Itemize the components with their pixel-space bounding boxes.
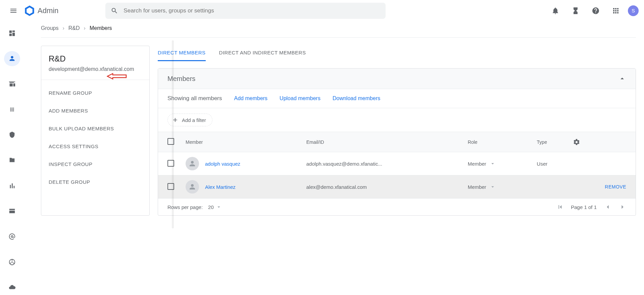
notifications-button[interactable] [547, 3, 563, 19]
member-type: User [533, 152, 569, 175]
col-role: Role [464, 132, 533, 152]
rail-storefront[interactable] [4, 153, 20, 168]
apps-launcher[interactable] [608, 3, 624, 19]
search-box[interactable] [105, 3, 386, 19]
bell-icon [551, 7, 559, 15]
search-input[interactable] [123, 7, 380, 14]
shield-icon [8, 131, 16, 138]
member-email: alex@demo.xfanatical.com [302, 175, 464, 199]
cloud-icon [8, 284, 16, 291]
action-inspect-group[interactable]: INSPECT GROUP [41, 155, 149, 173]
rail-reporting[interactable] [4, 178, 20, 194]
table-row[interactable]: Alex Martinez alex@demo.xfanatical.com M… [158, 175, 636, 199]
rail-apps[interactable] [4, 102, 20, 117]
rail-directory[interactable] [4, 51, 20, 67]
chevron-right-icon [619, 203, 626, 211]
svg-point-2 [11, 261, 13, 263]
annotation-arrow-icon [107, 72, 127, 80]
link-upload-members[interactable]: Upload members [280, 95, 320, 101]
add-filter-label: Add a filter [182, 117, 206, 123]
role-selector[interactable]: Member [468, 184, 529, 190]
help-button[interactable] [588, 3, 604, 19]
rail-dashboard[interactable] [4, 26, 20, 41]
col-email: Email/ID [302, 132, 464, 152]
member-name-link[interactable]: Alex Martinez [205, 184, 236, 190]
breadcrumb-groups[interactable]: Groups [41, 25, 58, 31]
link-add-members[interactable]: Add members [234, 95, 268, 101]
hamburger-icon [9, 7, 17, 15]
table-row[interactable]: adolph vasquez adolph.vasquez@demo.xfana… [158, 152, 636, 175]
rail-billing[interactable] [4, 203, 20, 219]
first-page-button[interactable] [556, 203, 563, 211]
first-page-icon [556, 203, 563, 211]
members-actions-row: Showing all members Add members Upload m… [158, 89, 636, 108]
chevron-up-icon [618, 75, 626, 83]
help-icon [592, 7, 600, 15]
action-access-settings[interactable]: ACCESS SETTINGS [41, 137, 149, 155]
rail-rules[interactable] [4, 254, 20, 270]
link-download-members[interactable]: Download members [333, 95, 380, 101]
apps-icon [8, 106, 16, 113]
rail-devices[interactable] [4, 76, 20, 92]
gear-icon[interactable] [573, 138, 580, 146]
account-avatar[interactable]: S [628, 5, 639, 16]
hourglass-icon [572, 7, 580, 15]
members-card: Members Showing all members Add members … [158, 68, 636, 216]
member-name-link[interactable]: adolph vasquez [205, 161, 240, 167]
dashboard-icon [8, 30, 16, 37]
chevron-right-icon: › [62, 25, 64, 31]
search-icon [111, 7, 118, 14]
remove-button[interactable]: REMOVE [569, 175, 636, 199]
group-name-heading: R&D [41, 54, 149, 66]
person-icon [188, 160, 196, 168]
avatar-initial: S [632, 8, 635, 13]
action-rename-group[interactable]: RENAME GROUP [41, 84, 149, 102]
menu-button[interactable] [5, 3, 21, 19]
apps-grid-icon [612, 7, 620, 15]
nav-rail [0, 22, 24, 295]
action-add-members[interactable]: ADD MEMBERS [41, 102, 149, 120]
scroll-track [172, 40, 174, 228]
members-header[interactable]: Members [158, 69, 636, 89]
filter-row: Add a filter [158, 108, 636, 132]
bar-chart-icon [8, 182, 16, 189]
member-type [533, 175, 569, 199]
add-filter-chip[interactable]: Add a filter [167, 114, 212, 126]
devices-icon [8, 80, 16, 88]
showing-text: Showing all members [167, 95, 222, 102]
group-email: development@demo.xfanatical.com [41, 66, 149, 80]
steering-icon [8, 258, 16, 266]
at-icon [8, 233, 16, 240]
tab-indirect-members[interactable]: DIRECT AND INDIRECT MEMBERS [219, 46, 306, 61]
group-info-card: R&D development@demo.xfanatical.com RENA… [41, 46, 150, 216]
chevron-right-icon: › [84, 25, 86, 31]
admin-hex-icon [24, 5, 35, 16]
page-text: Page 1 of 1 [571, 204, 597, 210]
tab-direct-members[interactable]: DIRECT MEMBERS [158, 46, 206, 61]
col-type: Type [533, 132, 569, 152]
member-email: adolph.vasquez@demo.xfanatic... [302, 152, 464, 175]
person-icon [188, 183, 196, 191]
col-member: Member [182, 132, 302, 152]
rail-security[interactable] [4, 127, 20, 143]
rows-per-page-selector[interactable]: 20 [208, 204, 222, 210]
star-folder-icon [8, 157, 16, 164]
role-selector[interactable]: Member [468, 161, 529, 167]
pagination: Rows per page: 20 Page 1 of 1 [158, 199, 636, 215]
rail-account[interactable] [4, 229, 20, 244]
app-title: Admin [38, 6, 58, 15]
breadcrumb-current: Members [90, 25, 112, 31]
action-delete-group[interactable]: DELETE GROUP [41, 173, 149, 191]
app-logo[interactable]: Admin [24, 5, 58, 16]
tabs: DIRECT MEMBERS DIRECT AND INDIRECT MEMBE… [158, 46, 636, 61]
tasks-button[interactable] [567, 3, 584, 19]
avatar [186, 157, 199, 170]
breadcrumb: Groups › R&D › Members [41, 22, 636, 38]
avatar [186, 180, 199, 194]
card-icon [8, 207, 16, 215]
next-page-button[interactable] [619, 203, 626, 211]
prev-page-button[interactable] [604, 203, 611, 211]
rail-show-more[interactable] [4, 280, 20, 295]
breadcrumb-group-name[interactable]: R&D [68, 25, 80, 31]
action-bulk-upload[interactable]: BULK UPLOAD MEMBERS [41, 120, 149, 137]
